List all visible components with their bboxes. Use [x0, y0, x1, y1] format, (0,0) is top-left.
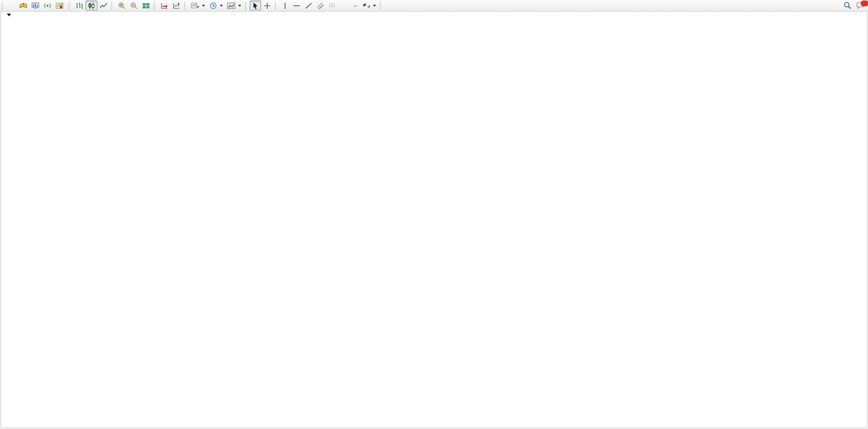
period-button[interactable] [207, 1, 225, 10]
trendline-button[interactable] [303, 1, 315, 10]
market-watch-icon [31, 2, 39, 9]
group-separator [380, 2, 382, 9]
text-label-button[interactable] [350, 1, 361, 10]
signals-icon [44, 2, 51, 9]
chevron-down-icon [373, 5, 376, 7]
crosshair-icon [263, 2, 271, 9]
new-chart-button[interactable] [189, 1, 207, 10]
chart-canvas[interactable] [0, 0, 868, 429]
channel-icon [317, 2, 324, 9]
chart-shift-button[interactable] [170, 1, 183, 10]
template-icon [227, 2, 235, 9]
candlestick-icon [88, 2, 95, 9]
window-right-edge [867, 12, 867, 429]
signals-button[interactable] [41, 1, 53, 10]
zoom-out-icon [130, 2, 138, 9]
line-chart-button[interactable] [98, 1, 110, 10]
market-watch-button[interactable] [29, 1, 41, 10]
group-separator [275, 2, 277, 9]
tile-windows-icon [142, 2, 150, 9]
window-left-edge [1, 12, 1, 429]
window-bottom-edge [0, 427, 868, 429]
cursor-icon [252, 2, 259, 9]
auto-scroll-icon [160, 2, 168, 9]
auto-scroll-button[interactable] [158, 1, 170, 10]
chevron-down-icon [238, 5, 241, 7]
candlestick-chart-button[interactable] [85, 1, 98, 10]
hline-icon [293, 2, 301, 9]
shapes-arrow-icon [363, 2, 370, 9]
toolbar-grip [2, 2, 4, 9]
zoom-out-button[interactable] [128, 1, 140, 10]
group-separator [111, 2, 114, 9]
chart-dropdown-icon[interactable] [7, 14, 11, 16]
vertical-line-button[interactable] [280, 1, 291, 10]
new-chart-icon [191, 2, 199, 9]
label-icon [354, 5, 357, 6]
cursor-button[interactable] [250, 1, 261, 10]
chart-window[interactable] [0, 0, 868, 429]
auto-trading-button[interactable] [53, 1, 67, 10]
ohlc-bars-icon [76, 2, 83, 9]
notification-badge [861, 1, 868, 6]
toolbar-right [843, 0, 865, 11]
zoom-in-button[interactable] [116, 1, 128, 10]
order-book-icon [19, 2, 27, 9]
shapes-button[interactable] [361, 1, 378, 10]
new-order-button[interactable] [6, 1, 17, 10]
auto-trading-icon [56, 2, 63, 9]
fibo-icon [329, 2, 336, 9]
order-book-button[interactable] [17, 1, 29, 10]
toolbar [0, 0, 868, 12]
template-button[interactable] [225, 1, 243, 10]
period-clock-icon [209, 2, 217, 9]
text-button[interactable] [339, 1, 350, 10]
trendline-icon [305, 2, 313, 9]
chart-title-bar[interactable] [7, 14, 16, 16]
group-separator [245, 2, 248, 9]
vline-icon [282, 2, 288, 9]
search-icon[interactable] [843, 2, 852, 9]
chevron-down-icon [220, 5, 223, 7]
horizontal-line-button[interactable] [291, 1, 303, 10]
group-separator [154, 2, 156, 9]
crosshair-button[interactable] [261, 1, 273, 10]
ohlc-bars-button[interactable] [73, 1, 85, 10]
tile-windows-button[interactable] [140, 1, 152, 10]
group-separator [184, 2, 187, 9]
equidistant-channel-button[interactable] [315, 1, 327, 10]
line-chart-icon [100, 2, 108, 9]
chat-button[interactable] [856, 2, 865, 9]
fibonacci-button[interactable] [327, 1, 339, 10]
zoom-in-icon [118, 2, 126, 9]
chart-shift-icon [173, 2, 180, 9]
chevron-down-icon [202, 5, 205, 7]
group-separator [69, 2, 71, 9]
